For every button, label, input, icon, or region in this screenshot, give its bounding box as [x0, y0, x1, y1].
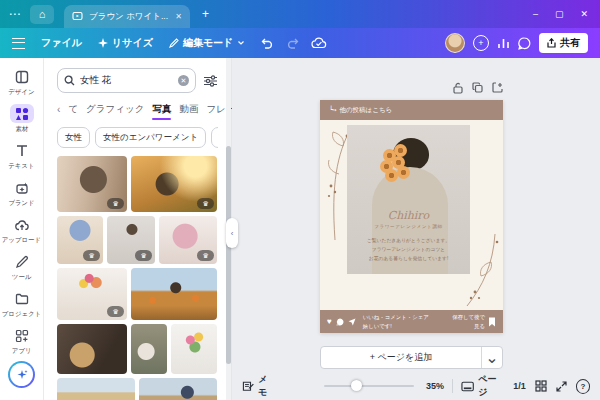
photo-thumbnail[interactable] — [131, 268, 217, 320]
pro-crown-badge: ♛ — [135, 250, 152, 261]
home-icon[interactable]: ⌂ — [30, 5, 54, 24]
sidebar-item-elements[interactable]: 素材 — [0, 101, 44, 138]
panel-collapse-button[interactable]: ‹ — [226, 218, 238, 248]
photo-thumbnail[interactable]: ♛ — [131, 156, 217, 212]
photo-thumbnail[interactable] — [57, 378, 135, 400]
photo-thumbnail[interactable]: ♛ — [57, 268, 127, 320]
design-photo[interactable]: Chihiro フラワーアレンジメント講師 ご覧いただきありがとうございます。 … — [347, 125, 470, 274]
minimize-icon[interactable]: – — [533, 9, 538, 19]
apps-grid-icon — [15, 329, 29, 343]
sidebar-item-uploads[interactable]: アップロード — [0, 212, 44, 249]
sidebar-label: ブランド — [8, 198, 34, 207]
photo-results-grid: ♛ ♛ ♛ ♛ ♛ ♛ — [57, 156, 217, 400]
photo-thumbnail[interactable] — [57, 324, 127, 374]
pro-crown-badge: ♛ — [83, 250, 100, 261]
zoom-level[interactable]: 35% — [426, 381, 444, 391]
page-view-button[interactable]: ページ — [461, 373, 504, 399]
design-top-banner[interactable]: └→ 他の投稿はこちら — [320, 100, 503, 120]
tab-close-icon[interactable]: ✕ — [175, 12, 182, 21]
editor-toolbar: ファイル リサイズ 編集モード + — [0, 28, 600, 58]
canvas-area: ‹ └→ 他の投稿はこちら — [232, 58, 600, 400]
photo-thumbnail[interactable] — [131, 324, 167, 374]
hamburger-menu-icon[interactable] — [12, 38, 25, 49]
window-controls: – ▢ ✕ — [533, 9, 588, 19]
help-button[interactable]: ? — [576, 379, 590, 394]
photo-flower — [397, 166, 410, 179]
close-icon[interactable]: ✕ — [580, 9, 588, 19]
sidebar-item-text[interactable]: テキスト — [0, 138, 44, 175]
chip-woman[interactable]: 女性 — [57, 127, 90, 148]
add-page-button[interactable]: + ページを追加 — [321, 347, 482, 368]
export-icon — [547, 38, 556, 48]
save-status-button[interactable] — [311, 37, 327, 49]
edit-mode-label: 編集モード — [183, 36, 233, 50]
tab-videos[interactable]: 動画 — [179, 103, 198, 116]
maximize-icon[interactable]: ▢ — [555, 9, 564, 19]
photo-thumbnail[interactable] — [139, 378, 217, 400]
grid-view-button[interactable] — [535, 380, 547, 392]
result-tabs: ‹ て グラフィック 写真 動画 フレーム › — [57, 103, 218, 116]
sidebar-item-brand[interactable]: ブランド — [0, 175, 44, 212]
filter-sliders-icon[interactable] — [203, 75, 218, 87]
overflow-menu-icon[interactable]: ⋯ — [0, 7, 30, 21]
sidebar-label: デザイン — [8, 87, 34, 96]
design-text-block[interactable]: Chihiro フラワーアレンジメント講師 ご覧いただきありがとうございます。 … — [347, 209, 470, 263]
scrollbar-thumb[interactable] — [226, 146, 231, 364]
magic-assistant-button[interactable] — [8, 361, 35, 388]
avatar[interactable] — [445, 33, 465, 53]
zoom-slider-handle[interactable] — [351, 380, 362, 391]
fullscreen-button[interactable] — [556, 381, 567, 392]
comments-button[interactable] — [518, 37, 531, 50]
sidebar-item-apps[interactable]: アプリ — [0, 323, 44, 360]
text-icon — [15, 144, 29, 158]
edit-mode-button[interactable]: 編集モード — [169, 36, 245, 50]
file-menu-button[interactable]: ファイル — [41, 36, 82, 50]
sidebar-item-projects[interactable]: プロジェクト — [0, 286, 44, 323]
corner-arrow-icon: └→ — [329, 106, 335, 114]
tabs-scroll-left-icon[interactable]: ‹ — [57, 104, 60, 115]
add-page-dropdown-button[interactable]: ⌄ — [482, 347, 502, 368]
tab-photos[interactable]: 写真 — [152, 103, 171, 116]
profile-description: ご覧いただきありがとうございます。 フラワーアレンジメントのコツと お花のある暮… — [347, 236, 470, 263]
notes-icon — [242, 380, 254, 392]
page-count: 1/1 — [513, 381, 526, 391]
notes-label: メモ — [258, 373, 275, 399]
zoom-slider[interactable] — [324, 385, 414, 387]
tab-all-clipped[interactable]: て — [68, 103, 78, 116]
resize-button[interactable]: リサイズ — [98, 36, 153, 50]
sidebar-item-design[interactable]: デザイン — [0, 64, 44, 101]
new-tab-button[interactable]: + — [202, 7, 209, 21]
photo-thumbnail[interactable]: ♛ — [57, 156, 127, 212]
sidebar-label: プロジェクト — [2, 309, 42, 318]
design-page[interactable]: └→ 他の投稿はこちら — [320, 100, 503, 333]
search-value: 女性 花 — [80, 74, 173, 87]
lock-icon[interactable] — [453, 82, 463, 94]
toolbar-right-group: + 共有 — [445, 33, 588, 53]
sparkle-icon — [16, 369, 28, 381]
tab-graphics[interactable]: グラフィック — [86, 103, 144, 116]
sidebar-label: 素材 — [15, 124, 28, 133]
add-page-icon[interactable] — [492, 82, 503, 94]
photo-thumbnail[interactable] — [171, 324, 217, 374]
search-input[interactable]: 女性 花 ✕ — [57, 68, 196, 93]
add-member-button[interactable]: + — [473, 35, 489, 51]
duplicate-page-icon[interactable] — [472, 82, 483, 94]
pro-crown-badge: ♛ — [197, 198, 214, 209]
share-button[interactable]: 共有 — [539, 33, 588, 53]
design-footer-banner[interactable]: ♥ いいね・コメント・シェア 嬉しいです! 保存して後で 見る — [320, 310, 503, 333]
undo-button[interactable] — [261, 38, 274, 49]
notes-button[interactable]: メモ — [242, 373, 276, 399]
redo-button[interactable] — [286, 38, 299, 49]
sidebar-item-tools[interactable]: ツール — [0, 249, 44, 286]
insights-button[interactable] — [497, 37, 510, 49]
chip-empowerment[interactable]: 女性のエンパワーメント — [95, 127, 206, 148]
page-view-icon — [461, 381, 474, 392]
chip-woman-group[interactable]: 女性グループ — [211, 127, 218, 148]
photo-thumbnail[interactable]: ♛ — [107, 216, 155, 264]
clear-search-icon[interactable]: ✕ — [178, 75, 189, 86]
browser-tab[interactable]: ブラウン ホワイト... ✕ — [64, 5, 190, 28]
pen-tool-icon — [15, 255, 29, 269]
photo-flower — [394, 144, 407, 157]
photo-thumbnail[interactable]: ♛ — [57, 216, 103, 264]
photo-thumbnail[interactable]: ♛ — [159, 216, 217, 264]
